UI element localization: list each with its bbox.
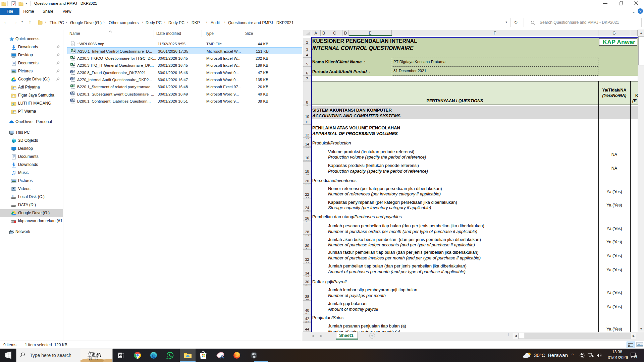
svg-text:2: 2 [635,355,637,358]
